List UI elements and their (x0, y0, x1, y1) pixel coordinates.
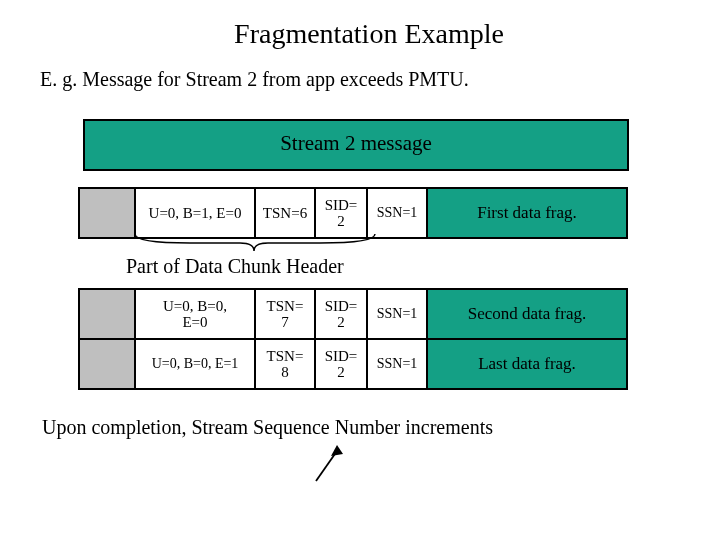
flags-text: U=0, B=1, E=0 (149, 205, 242, 222)
stub-cell (80, 340, 136, 388)
sid-line1: SID= (325, 298, 358, 315)
flags-text: U=0, B=0, E=1 (152, 356, 239, 371)
desc-cell: Last data frag. (428, 340, 626, 388)
tsn-line1: TSN= (267, 348, 304, 365)
footer-text: Upon completion, Stream Sequence Number … (42, 416, 690, 439)
sid-line2: 2 (337, 213, 345, 230)
tsn-line1: TSN=6 (263, 205, 307, 222)
tsn-cell: TSN= 7 (256, 290, 316, 338)
tsn-cell: TSN=6 (256, 189, 316, 237)
flags-cell: U=0, B=0, E=1 (136, 340, 256, 388)
subtitle: E. g. Message for Stream 2 from app exce… (40, 68, 690, 91)
fragment-2-3: U=0, B=0, E=0 TSN= 7 SID= 2 SSN=1 Second… (78, 288, 628, 390)
slide-root: Fragmentation Example E. g. Message for … (0, 0, 720, 540)
flags-cell: U=0, B=1, E=0 (136, 189, 256, 237)
sid-line2: 2 (337, 364, 345, 381)
ssn-cell: SSN=1 (368, 189, 428, 237)
ssn-cell: SSN=1 (368, 290, 428, 338)
stub-cell (80, 290, 136, 338)
flags-line1: U=0, B=0, (163, 298, 227, 315)
desc-text: Last data frag. (478, 355, 576, 374)
stream-message-label: Stream 2 message (280, 131, 432, 155)
fragment-row: U=0, B=0, E=1 TSN= 8 SID= 2 SSN=1 Last d… (80, 338, 626, 388)
sid-cell: SID= 2 (316, 189, 368, 237)
sid-cell: SID= 2 (316, 290, 368, 338)
flags-cell: U=0, B=0, E=0 (136, 290, 256, 338)
desc-text: Second data frag. (468, 305, 586, 324)
ssn-text: SSN=1 (377, 205, 418, 220)
arrow-icon (306, 445, 366, 485)
desc-cell: Second data frag. (428, 290, 626, 338)
stream-message-box: Stream 2 message (83, 119, 629, 171)
tsn-line2: 8 (281, 364, 289, 381)
fragment-row: U=0, B=1, E=0 TSN=6 SID= 2 SSN=1 First d… (80, 189, 626, 237)
ssn-text: SSN=1 (377, 356, 418, 371)
flags-line2: E=0 (182, 314, 207, 331)
sid-line2: 2 (337, 314, 345, 331)
svg-marker-1 (331, 445, 343, 456)
sid-cell: SID= 2 (316, 340, 368, 388)
ssn-cell: SSN=1 (368, 340, 428, 388)
tsn-line1: TSN= (267, 298, 304, 315)
page-title: Fragmentation Example (48, 18, 690, 50)
brace-caption: Part of Data Chunk Header (126, 255, 690, 278)
fragment-row: U=0, B=0, E=0 TSN= 7 SID= 2 SSN=1 Second… (80, 290, 626, 338)
sid-line1: SID= (325, 348, 358, 365)
tsn-cell: TSN= 8 (256, 340, 316, 388)
tsn-line2: 7 (281, 314, 289, 331)
svg-line-0 (316, 451, 337, 481)
fragment-1: U=0, B=1, E=0 TSN=6 SID= 2 SSN=1 First d… (78, 187, 628, 239)
desc-cell: First data frag. (428, 189, 626, 237)
ssn-text: SSN=1 (377, 306, 418, 321)
sid-line1: SID= (325, 197, 358, 214)
stub-cell (80, 189, 136, 237)
desc-text: First data frag. (477, 204, 577, 223)
